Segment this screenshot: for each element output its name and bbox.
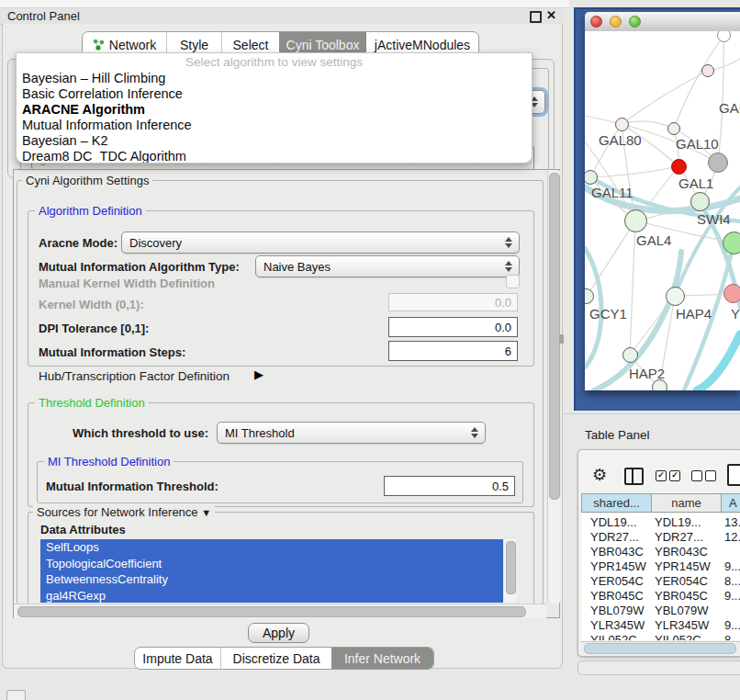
table-horizontal-scrollbar-thumb[interactable] bbox=[584, 643, 736, 654]
popup-item[interactable]: Bayesian – Hill Climbing bbox=[17, 71, 532, 86]
network-node[interactable] bbox=[708, 152, 728, 173]
attribute-item-selected[interactable]: TopologicalCoefficient bbox=[40, 556, 503, 572]
deselect-all-columns-icon[interactable] bbox=[691, 470, 702, 481]
table-row[interactable]: YER054CYER054C8... bbox=[581, 574, 740, 589]
node-label: HAP2 bbox=[629, 366, 665, 381]
deselect-all-columns-icon[interactable] bbox=[705, 470, 716, 481]
network-node[interactable] bbox=[615, 118, 629, 131]
sources-collapse-arrow-icon[interactable]: ▼ bbox=[201, 507, 211, 518]
network-node[interactable] bbox=[667, 122, 680, 135]
table-row[interactable]: YBR045CYBR045C9... bbox=[581, 589, 740, 604]
hub-definition-label[interactable]: Hub/Transcription Factor Definition bbox=[39, 369, 230, 383]
table-panel-header: Table Panel bbox=[564, 413, 740, 448]
network-node[interactable] bbox=[666, 287, 685, 306]
control-panel-title: Control Panel bbox=[7, 9, 80, 23]
tab-impute-data[interactable]: Impute Data bbox=[135, 648, 221, 669]
popup-item-selected[interactable]: ARACNE Algorithm bbox=[17, 102, 532, 118]
mi-steps-field[interactable]: 6 bbox=[388, 341, 518, 361]
network-node[interactable] bbox=[723, 284, 740, 303]
combo-arrows-icon bbox=[503, 237, 514, 248]
select-all-columns-icon[interactable]: ✓ bbox=[656, 470, 667, 481]
mi-algorithm-type-label: Mutual Information Algorithm Type: bbox=[39, 260, 240, 274]
table-row[interactable]: YBR043CYBR043C bbox=[581, 545, 740, 559]
table-row[interactable]: YIL052CYIL052C8... bbox=[581, 633, 740, 640]
export-table-icon[interactable] bbox=[727, 464, 740, 486]
window-minimize-button[interactable] bbox=[610, 16, 622, 28]
attributes-list-scrollbar-thumb[interactable] bbox=[506, 541, 516, 594]
minimized-panel-button[interactable] bbox=[6, 690, 26, 700]
column-header-name[interactable]: name bbox=[651, 493, 722, 513]
kernel-width-label: Kernel Width (0,1): bbox=[39, 298, 144, 311]
cyni-settings-legend: Cyni Algorithm Settings bbox=[22, 174, 152, 187]
table-settings-gear-icon[interactable]: ⚙ bbox=[592, 465, 607, 485]
network-canvas[interactable]: GAL80 GAL10 GAL1 GAL11 SWI4 GAL4 GCY1 HA… bbox=[585, 31, 740, 390]
mi-algorithm-type-combo[interactable]: Naive Bayes bbox=[255, 255, 520, 277]
attribute-item-selected[interactable]: SelfLoops bbox=[40, 539, 503, 556]
manual-kernel-width-label: Manual Kernel Width Definition bbox=[39, 277, 215, 290]
data-attributes-label: Data Attributes bbox=[40, 523, 126, 536]
popup-item[interactable]: Mutual Information Inference bbox=[17, 118, 532, 133]
mi-threshold-legend: MI Threshold Definition bbox=[44, 455, 174, 469]
window-close-button[interactable] bbox=[590, 16, 602, 28]
network-node[interactable] bbox=[622, 347, 638, 363]
network-node[interactable] bbox=[624, 209, 647, 232]
select-all-columns-icon[interactable]: ✓ bbox=[669, 470, 680, 481]
column-header-partial[interactable]: A bbox=[721, 493, 740, 513]
node-label: GAL80 bbox=[599, 132, 642, 148]
which-threshold-label: Which threshold to use: bbox=[73, 426, 208, 440]
close-panel-icon[interactable]: ✕ bbox=[546, 8, 556, 22]
apply-button[interactable]: Apply bbox=[248, 623, 309, 643]
aracne-mode-combo[interactable]: Discovery bbox=[121, 231, 520, 254]
column-layout-icon[interactable] bbox=[624, 468, 644, 485]
combo-arrows-icon bbox=[469, 427, 480, 438]
tab-discretize-data[interactable]: Discretize Data bbox=[221, 648, 331, 669]
mi-threshold-field[interactable]: 0.5 bbox=[384, 476, 515, 496]
table-panel-title: Table Panel bbox=[585, 428, 650, 442]
settings-horizontal-scrollbar-thumb[interactable] bbox=[17, 606, 526, 617]
mi-steps-label: Mutual Information Steps: bbox=[39, 345, 185, 359]
network-node[interactable] bbox=[671, 159, 687, 175]
table-row[interactable]: YDL19...YDL19...13... bbox=[581, 515, 740, 530]
mi-threshold-label: Mutual Information Threshold: bbox=[46, 480, 219, 493]
cyni-bottom-tabstrip: Impute Data Discretize Data Infer Networ… bbox=[134, 647, 434, 670]
attribute-item-selected[interactable]: gal4RGexp bbox=[40, 588, 503, 603]
which-threshold-combo[interactable]: MI Threshold bbox=[217, 422, 486, 444]
network-node[interactable] bbox=[723, 231, 740, 254]
hub-expand-arrow-icon[interactable]: ▶ bbox=[254, 367, 263, 381]
manual-kernel-width-checkbox[interactable] bbox=[506, 275, 520, 288]
network-window-titlebar[interactable] bbox=[585, 12, 740, 32]
network-node[interactable] bbox=[690, 192, 710, 211]
table-row[interactable]: YBL079WYBL079W bbox=[581, 604, 740, 618]
aracne-mode-label: Aracne Mode: bbox=[39, 236, 118, 250]
threshold-definition-legend: Threshold Definition bbox=[35, 396, 149, 410]
table-row[interactable]: YPR145WYPR145W9... bbox=[581, 559, 740, 574]
node-label: GAL10 bbox=[676, 136, 719, 152]
table-row[interactable]: YLR345WYLR345W9... bbox=[581, 618, 740, 633]
popup-item[interactable]: Bayesian – K2 bbox=[17, 133, 532, 149]
node-label: GAL11 bbox=[591, 185, 633, 200]
column-header-shared-name[interactable]: shared... bbox=[581, 493, 652, 513]
dpi-tolerance-field[interactable]: 0.0 bbox=[388, 317, 518, 337]
panel-splitter-handle[interactable] bbox=[559, 334, 564, 344]
popup-item[interactable]: Dream8 DC_TDC Algorithm bbox=[17, 149, 532, 164]
kernel-width-field[interactable]: 0.0 bbox=[388, 293, 518, 311]
float-panel-icon[interactable] bbox=[530, 11, 542, 23]
node-label: GAL1 bbox=[678, 175, 713, 191]
tab-network-label: Network bbox=[109, 38, 156, 52]
table-body: YDL19...YDL19...13... YDR27...YDR27...12… bbox=[581, 514, 740, 640]
network-node[interactable] bbox=[701, 64, 714, 77]
popup-item[interactable]: Basic Correlation Inference bbox=[17, 86, 532, 102]
scrollbar-corner bbox=[547, 604, 559, 617]
window-zoom-button[interactable] bbox=[629, 16, 641, 28]
control-panel-titlebar: Control Panel bbox=[0, 8, 564, 25]
algorithm-popup: Select algorithm to view settings Bayesi… bbox=[16, 52, 533, 164]
collapsed-panel-strip[interactable] bbox=[577, 660, 740, 675]
node-label: GCY1 bbox=[589, 306, 627, 322]
algorithm-definition-legend: Algorithm Definition bbox=[35, 204, 146, 218]
combo-arrows-icon bbox=[503, 261, 514, 272]
application-window: Control Panel ✕ Network Style Select Cyn… bbox=[0, 0, 740, 700]
table-row[interactable]: YDR27...YDR27...12... bbox=[581, 530, 740, 545]
node-label: Y bbox=[731, 306, 740, 322]
attribute-item-selected[interactable]: BetweennessCentrality bbox=[40, 571, 503, 588]
tab-infer-network[interactable]: Infer Network bbox=[331, 648, 433, 669]
